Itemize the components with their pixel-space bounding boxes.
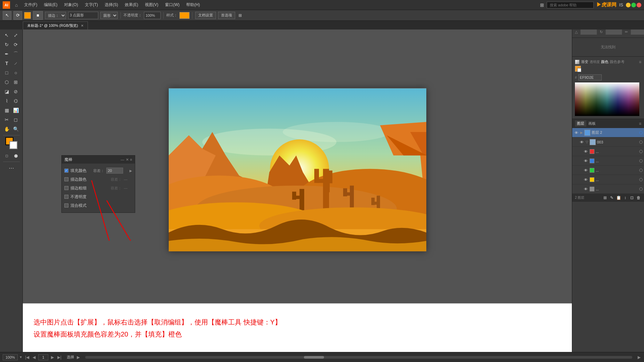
pen-tool-btn[interactable]: ✒ <box>2 50 11 58</box>
layer-blue-target[interactable] <box>639 159 643 163</box>
last-page-btn[interactable]: ▶| <box>57 355 62 360</box>
new-sub-layer-btn[interactable]: 📋 <box>616 195 621 200</box>
layer-2-eye[interactable]: 👁 <box>574 130 579 135</box>
first-page-btn[interactable]: |◀ <box>24 355 30 360</box>
opacity-input[interactable] <box>144 12 161 19</box>
home-icon[interactable]: ⌂ <box>13 1 20 9</box>
zoom-tool-btn[interactable]: 🔍 <box>11 125 20 133</box>
canvas-area[interactable]: 魔棒 — ✕ ≡ 填充颜色 容差： ▶ <box>23 29 572 303</box>
gradient-tool-btn[interactable]: ◪ <box>2 87 11 96</box>
hex-input[interactable] <box>578 74 602 80</box>
prev-page-btn[interactable]: ◀ <box>32 355 36 360</box>
reflect-tool-btn[interactable]: ⟳ <box>11 40 20 49</box>
play-btn[interactable]: ▶ <box>76 355 80 360</box>
fg-swatch[interactable] <box>575 66 581 72</box>
stroke-color-checkbox[interactable] <box>64 177 68 181</box>
eraser-btn[interactable]: ◻ <box>11 115 20 124</box>
layer-item-red[interactable]: 👁 ... <box>572 147 644 156</box>
layer-yellow-eye[interactable]: 👁 <box>583 177 588 182</box>
color-panel-menu[interactable]: ≡ <box>639 60 641 64</box>
graph-btn[interactable]: 📊 <box>11 106 20 115</box>
layer-item-2[interactable]: 👁 ▶ 图层 2 <box>572 128 644 137</box>
delete-layer-btn[interactable]: 🗑 <box>636 195 641 200</box>
curvature-btn[interactable]: ⌒ <box>11 50 20 58</box>
tool-selector[interactable]: ↖ <box>3 11 11 20</box>
tab-close-btn[interactable]: ✕ <box>81 24 84 27</box>
search-input[interactable] <box>547 2 594 8</box>
menu-help[interactable]: 帮助(H) <box>183 1 203 8</box>
next-page-btn[interactable]: ▶ <box>50 355 55 360</box>
rect-tool-btn[interactable]: □ <box>2 68 11 77</box>
rotate-tool-btn[interactable]: ↻ <box>2 40 11 49</box>
stroke-icon[interactable]: ■ <box>33 11 43 20</box>
type-tool-btn[interactable]: T <box>2 59 11 68</box>
color-panel-tab-active[interactable]: 颜色 <box>601 59 608 64</box>
menu-select[interactable]: 选择(S) <box>102 1 121 8</box>
fill-color-swatch[interactable] <box>24 12 31 19</box>
layer-item-yellow[interactable]: 👁 ... <box>572 175 644 184</box>
extras-btn[interactable]: ⋯ <box>7 164 16 172</box>
stroke-shape-select[interactable]: 圆形 <box>100 12 118 19</box>
select-tool-btn[interactable]: ↖ <box>2 31 11 40</box>
layer-red-target[interactable] <box>639 150 643 153</box>
color-tab[interactable]: 渐变 <box>581 59 588 64</box>
stroke-width-input[interactable] <box>68 12 98 19</box>
layer-gray-eye[interactable]: 👁 <box>583 186 588 192</box>
blend-checkbox[interactable] <box>64 203 68 207</box>
symbol-btn[interactable]: ⌬ <box>11 97 20 105</box>
layer-item-blue[interactable]: 👁 ... <box>572 156 644 166</box>
template-btn[interactable]: ⊡ <box>629 195 635 200</box>
layer-red-eye[interactable]: 👁 <box>583 149 588 154</box>
document-tab[interactable]: 未标题-1* @ 100% (RGB/预览) ✕ <box>23 21 88 29</box>
menu-effect[interactable]: 效果(E) <box>122 1 141 8</box>
menu-file[interactable]: 文件(F) <box>21 1 40 8</box>
menu-object[interactable]: 对象(O) <box>61 1 80 8</box>
layer-2-target[interactable] <box>639 131 643 134</box>
layer-green-eye[interactable]: 👁 <box>583 168 588 173</box>
style-swatch[interactable] <box>179 12 190 19</box>
make-clip-btn[interactable]: ⊞ <box>602 195 608 200</box>
scroll-thumb[interactable] <box>304 356 324 359</box>
bg-swatch[interactable] <box>577 68 581 72</box>
line-tool-btn[interactable]: ⟋ <box>11 59 20 68</box>
paint-bucket-btn[interactable]: ⬡ <box>2 78 11 86</box>
panel-menu-btn[interactable]: ≡ <box>130 158 132 162</box>
panel-collapse-btn[interactable]: — <box>121 158 124 162</box>
stroke-type-select[interactable]: 描边： <box>45 12 66 19</box>
zoom-input[interactable] <box>3 354 18 360</box>
layer-2-expand[interactable]: ▶ <box>580 131 583 134</box>
page-input[interactable] <box>38 354 48 360</box>
menu-window[interactable]: 窗口(W) <box>162 1 182 8</box>
slice-tool-btn[interactable]: ✂ <box>2 115 11 124</box>
mask-mode-btn[interactable]: ⬤ <box>11 151 20 160</box>
maximize-btn[interactable] <box>631 3 636 7</box>
layers-menu-btn[interactable]: ≡ <box>639 121 641 126</box>
zoom-dropdown-icon[interactable]: ▼ <box>19 355 22 359</box>
close-btn[interactable] <box>637 3 641 7</box>
layer-003-expand[interactable]: ▽ <box>586 140 588 144</box>
tool-secondary[interactable]: ⟳ <box>13 11 22 20</box>
artboards-tab[interactable]: 画板 <box>586 120 598 127</box>
edit-input[interactable] <box>631 29 644 35</box>
prefs-btn[interactable]: 首选项 <box>218 12 235 19</box>
menu-edit[interactable]: 编辑(E) <box>41 1 60 8</box>
layer-003-target[interactable] <box>639 140 643 144</box>
skew-input[interactable] <box>580 29 597 35</box>
direct-select-btn[interactable]: ⤢ <box>11 31 20 40</box>
move-to-current-btn[interactable]: ↕ <box>623 195 628 200</box>
layers-tab[interactable]: 图层 <box>575 120 586 127</box>
mesh-btn[interactable]: ⊞ <box>11 78 20 86</box>
opacity-checkbox[interactable] <box>64 195 68 199</box>
scroll-right-btn[interactable]: ▶ <box>637 355 641 360</box>
color-picker-gradient[interactable] <box>575 82 639 116</box>
rotate-input[interactable] <box>605 29 622 35</box>
menu-view[interactable]: 视图(V) <box>142 1 161 8</box>
fill-expand-btn[interactable]: ▶ <box>129 169 132 173</box>
fill-color-checkbox[interactable] <box>64 169 68 173</box>
ellipse-tool-btn[interactable]: ○ <box>11 68 20 77</box>
hand-tool-btn[interactable]: ✋ <box>2 125 11 133</box>
normal-mode-btn[interactable]: ◻ <box>2 151 11 160</box>
layer-item-gray[interactable]: 👁 ... <box>572 184 644 194</box>
fill-tolerance-input[interactable] <box>106 168 123 174</box>
menu-text[interactable]: 文字(T) <box>82 1 101 8</box>
